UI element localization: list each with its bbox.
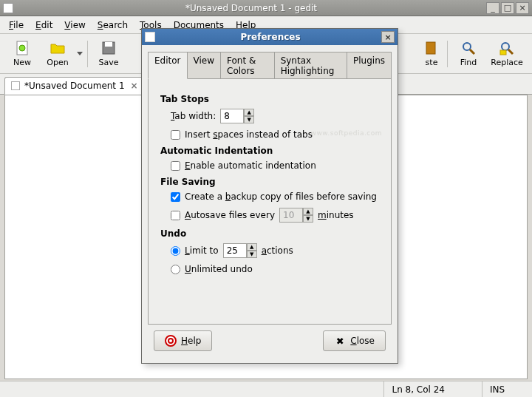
svg-line-8 bbox=[508, 50, 513, 54]
menu-view[interactable]: View bbox=[58, 18, 91, 33]
app-icon bbox=[3, 3, 13, 13]
svg-line-6 bbox=[470, 50, 474, 54]
autosave-checkbox[interactable] bbox=[171, 211, 180, 220]
open-button[interactable]: Open bbox=[40, 37, 75, 71]
backup-row: Create a backup copy of files before sav… bbox=[171, 191, 379, 202]
document-icon bbox=[11, 81, 20, 90]
paste-icon bbox=[423, 40, 440, 56]
minimize-button[interactable]: _ bbox=[486, 2, 499, 14]
undo-unlimited-radio[interactable] bbox=[171, 265, 180, 274]
section-tab-stops: Tab Stops bbox=[160, 94, 379, 104]
auto-indent-checkbox[interactable] bbox=[171, 161, 180, 171]
undo-limit-radio[interactable] bbox=[171, 246, 180, 256]
auto-indent-row: Enable automatic indentation bbox=[171, 160, 379, 171]
insert-spaces-checkbox[interactable] bbox=[171, 130, 180, 140]
close-button[interactable]: ✖ Close bbox=[323, 330, 386, 351]
backup-label[interactable]: Create a backup copy of files before sav… bbox=[185, 191, 377, 202]
auto-indent-label[interactable]: Enable automatic indentation bbox=[185, 160, 316, 171]
svg-point-5 bbox=[463, 43, 471, 50]
dialog-title: Preferences bbox=[160, 32, 381, 42]
undo-unlimited-row: Unlimited undo bbox=[171, 264, 379, 274]
section-undo: Undo bbox=[160, 228, 379, 239]
autosave-row: Autosave files every ▲ ▼ minutes bbox=[171, 208, 379, 223]
tab-view[interactable]: View bbox=[187, 52, 221, 79]
toolbar-separator-2 bbox=[447, 41, 448, 67]
spin-down-button[interactable]: ▼ bbox=[247, 251, 257, 258]
dialog-titlebar[interactable]: Preferences × bbox=[142, 29, 398, 45]
tab-editor[interactable]: Editor bbox=[148, 52, 188, 79]
document-tab-label: *Unsaved Document 1 bbox=[24, 81, 125, 91]
preferences-notebook: Editor View Font & Colors Syntax Highlig… bbox=[148, 51, 392, 325]
undo-limit-input[interactable] bbox=[223, 243, 247, 258]
replace-icon bbox=[499, 40, 515, 56]
close-icon: ✖ bbox=[334, 335, 346, 347]
svg-rect-4 bbox=[426, 42, 435, 54]
spin-up-button[interactable]: ▲ bbox=[247, 243, 257, 251]
save-label: Save bbox=[98, 58, 118, 67]
tab-close-button[interactable]: × bbox=[129, 81, 140, 91]
replace-button[interactable]: Replace bbox=[486, 37, 528, 71]
tab-width-label: Tab width: bbox=[171, 111, 216, 121]
tab-syntax-highlighting[interactable]: Syntax Highlighting bbox=[274, 52, 347, 79]
main-titlebar: *Unsaved Document 1 - gedit _ □ × bbox=[0, 0, 532, 16]
document-tab[interactable]: *Unsaved Document 1 × bbox=[4, 77, 146, 95]
undo-limit-label[interactable]: Limit to bbox=[185, 245, 219, 256]
svg-point-7 bbox=[502, 43, 509, 50]
insert-mode: INS bbox=[482, 381, 526, 397]
find-button[interactable]: Find bbox=[451, 37, 486, 71]
svg-point-1 bbox=[19, 45, 25, 51]
undo-unlimited-label[interactable]: Unlimited undo bbox=[185, 264, 253, 274]
autosave-input bbox=[279, 208, 303, 223]
new-label: New bbox=[13, 58, 31, 67]
open-dropdown[interactable] bbox=[75, 37, 84, 71]
new-button[interactable]: New bbox=[4, 37, 40, 71]
tab-width-spinbox[interactable]: ▲ ▼ bbox=[220, 109, 254, 123]
dialog-actions: Help ✖ Close bbox=[148, 325, 392, 357]
backup-checkbox[interactable] bbox=[171, 192, 180, 202]
spin-down-button: ▼ bbox=[303, 215, 313, 223]
undo-limit-spinbox[interactable]: ▲ ▼ bbox=[223, 243, 257, 258]
section-file-saving: File Saving bbox=[160, 177, 379, 187]
menu-search[interactable]: Search bbox=[92, 18, 134, 33]
notebook-tabs: Editor View Font & Colors Syntax Highlig… bbox=[148, 51, 392, 78]
paste-label: ste bbox=[426, 58, 438, 67]
spin-up-button: ▲ bbox=[303, 208, 313, 215]
menu-edit[interactable]: Edit bbox=[30, 18, 58, 33]
cursor-position: Ln 8, Col 24 bbox=[383, 381, 452, 397]
tab-width-row: Tab width: ▲ ▼ bbox=[171, 109, 379, 123]
replace-label: Replace bbox=[491, 58, 523, 67]
help-button[interactable]: Help bbox=[154, 330, 212, 351]
paste-button-partial[interactable]: ste bbox=[419, 37, 444, 71]
toolbar-separator bbox=[87, 41, 88, 67]
undo-limit-row: Limit to ▲ ▼ actions bbox=[171, 243, 379, 258]
dialog-close-button[interactable]: × bbox=[381, 31, 395, 43]
autosave-spinbox: ▲ ▼ bbox=[279, 208, 313, 223]
autosave-label[interactable]: Autosave files every bbox=[185, 210, 275, 220]
insert-spaces-label[interactable]: Insert spaces instead of tabs bbox=[185, 129, 313, 140]
open-icon bbox=[50, 40, 66, 56]
help-icon bbox=[165, 335, 177, 347]
tab-fonts-colors[interactable]: Font & Colors bbox=[220, 52, 275, 79]
menu-file[interactable]: File bbox=[3, 18, 30, 33]
maximize-button[interactable]: □ bbox=[501, 2, 514, 14]
spin-up-button[interactable]: ▲ bbox=[244, 109, 254, 116]
svg-rect-9 bbox=[500, 50, 506, 55]
dialog-icon bbox=[145, 32, 155, 42]
new-icon bbox=[14, 40, 30, 56]
save-button[interactable]: Save bbox=[91, 37, 126, 71]
window-close-button[interactable]: × bbox=[516, 2, 529, 14]
preferences-dialog: Preferences × Editor View Font & Colors … bbox=[141, 28, 398, 364]
undo-limit-unit: actions bbox=[262, 245, 293, 256]
editor-tab-page: www.softpedia.com Tab Stops Tab width: ▲… bbox=[148, 78, 392, 325]
dialog-body: Editor View Font & Colors Syntax Highlig… bbox=[142, 45, 398, 363]
find-label: Find bbox=[460, 58, 477, 67]
autosave-unit: minutes bbox=[318, 210, 354, 220]
tab-plugins[interactable]: Plugins bbox=[347, 52, 392, 79]
window-title: *Unsaved Document 1 - gedit bbox=[18, 3, 485, 13]
watermark: www.softpedia.com bbox=[311, 129, 382, 137]
svg-rect-3 bbox=[105, 42, 112, 47]
svg-point-10 bbox=[166, 336, 176, 346]
spin-down-button[interactable]: ▼ bbox=[244, 116, 254, 123]
tab-width-input[interactable] bbox=[220, 109, 244, 123]
find-icon bbox=[460, 40, 477, 56]
